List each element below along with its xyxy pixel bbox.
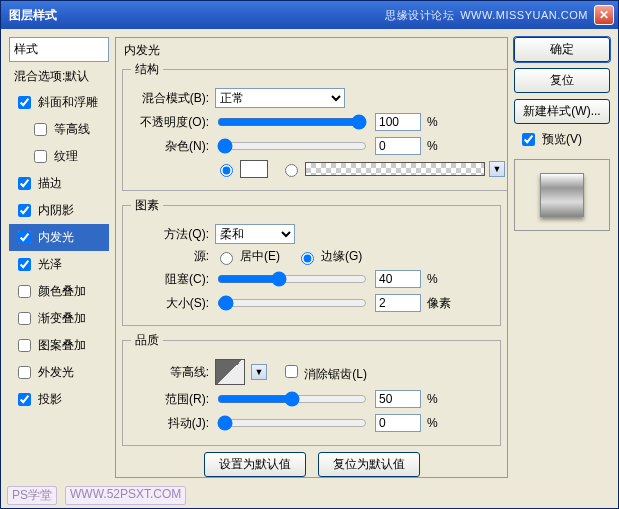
style-checkbox-2[interactable]: [34, 150, 47, 163]
range-input[interactable]: [375, 390, 421, 408]
range-slider[interactable]: [217, 391, 367, 407]
contour-dropdown-icon[interactable]: ▼: [251, 364, 267, 380]
window-title: 图层样式: [9, 7, 57, 24]
color-gradient-radio[interactable]: [285, 164, 298, 177]
technique-label: 方法(Q):: [131, 226, 209, 243]
style-checkbox-6[interactable]: [18, 258, 31, 271]
styles-list: 样式 混合选项:默认 斜面和浮雕等高线纹理描边内阴影内发光光泽颜色叠加渐变叠加图…: [9, 37, 109, 478]
style-checkbox-5[interactable]: [18, 231, 31, 244]
style-item-3[interactable]: 描边: [9, 170, 109, 197]
style-checkbox-8[interactable]: [18, 312, 31, 325]
style-item-6[interactable]: 光泽: [9, 251, 109, 278]
antialias-checkbox[interactable]: [285, 365, 298, 378]
source-center-radio[interactable]: [220, 252, 233, 265]
style-checkbox-7[interactable]: [18, 285, 31, 298]
jitter-input[interactable]: [375, 414, 421, 432]
jitter-label: 抖动(J):: [131, 415, 209, 432]
style-item-7[interactable]: 颜色叠加: [9, 278, 109, 305]
style-item-9[interactable]: 图案叠加: [9, 332, 109, 359]
preview-box: [514, 159, 610, 231]
size-label: 大小(S):: [131, 295, 209, 312]
style-checkbox-3[interactable]: [18, 177, 31, 190]
style-item-8[interactable]: 渐变叠加: [9, 305, 109, 332]
gradient-dropdown-icon[interactable]: ▼: [489, 161, 505, 177]
contour-label: 等高线:: [131, 364, 209, 381]
style-item-10[interactable]: 外发光: [9, 359, 109, 386]
jitter-slider[interactable]: [217, 415, 367, 431]
size-slider[interactable]: [217, 295, 367, 311]
structure-group: 结构 混合模式(B): 正常 不透明度(O): % 杂色(N): %: [122, 61, 508, 191]
opacity-slider[interactable]: [217, 114, 367, 130]
preview-thumb: [540, 173, 584, 217]
blending-options-item[interactable]: 混合选项:默认: [9, 64, 109, 89]
style-item-5[interactable]: 内发光: [9, 224, 109, 251]
watermark-text-1: 思缘设计论坛: [385, 8, 454, 23]
size-input[interactable]: [375, 294, 421, 312]
ok-button[interactable]: 确定: [514, 37, 610, 62]
quality-group: 品质 等高线: ▼ 消除锯齿(L) 范围(R): %: [122, 332, 501, 446]
style-checkbox-10[interactable]: [18, 366, 31, 379]
elements-legend: 图素: [131, 197, 163, 214]
elements-group: 图素 方法(Q): 柔和 源: 居中(E) 边缘(G): [122, 197, 501, 326]
style-item-2[interactable]: 纹理: [9, 143, 109, 170]
titlebar: 图层样式 思缘设计论坛 WWW.MISSYUAN.COM ✕: [1, 1, 618, 29]
color-solid-radio[interactable]: [220, 164, 233, 177]
style-checkbox-1[interactable]: [34, 123, 47, 136]
choke-label: 阻塞(C):: [131, 271, 209, 288]
blend-mode-select[interactable]: 正常: [215, 88, 345, 108]
source-edge-radio[interactable]: [301, 252, 314, 265]
styles-header: 样式: [9, 37, 109, 62]
style-item-4[interactable]: 内阴影: [9, 197, 109, 224]
style-item-0[interactable]: 斜面和浮雕: [9, 89, 109, 116]
color-swatch[interactable]: [240, 160, 268, 178]
contour-thumb[interactable]: [215, 359, 245, 385]
blend-mode-label: 混合模式(B):: [131, 90, 209, 107]
range-label: 范围(R):: [131, 391, 209, 408]
gradient-preview[interactable]: [305, 162, 485, 176]
noise-slider[interactable]: [217, 138, 367, 154]
style-item-11[interactable]: 投影: [9, 386, 109, 413]
technique-select[interactable]: 柔和: [215, 224, 295, 244]
noise-label: 杂色(N):: [131, 138, 209, 155]
style-item-1[interactable]: 等高线: [9, 116, 109, 143]
layer-style-dialog: 图层样式 思缘设计论坛 WWW.MISSYUAN.COM ✕ 样式 混合选项:默…: [0, 0, 619, 509]
set-default-button[interactable]: 设置为默认值: [204, 452, 306, 477]
effect-panel: 内发光 结构 混合模式(B): 正常 不透明度(O): % 杂色(N):: [115, 37, 508, 478]
noise-input[interactable]: [375, 137, 421, 155]
bottom-watermark: PS学堂 WWW.52PSXT.COM: [7, 486, 186, 505]
right-column: 确定 复位 新建样式(W)... 预览(V): [514, 37, 610, 478]
new-style-button[interactable]: 新建样式(W)...: [514, 99, 610, 124]
style-checkbox-0[interactable]: [18, 96, 31, 109]
panel-title: 内发光: [124, 42, 501, 59]
style-checkbox-4[interactable]: [18, 204, 31, 217]
choke-input[interactable]: [375, 270, 421, 288]
watermark-text-2: WWW.MISSYUAN.COM: [460, 9, 588, 21]
source-label: 源:: [131, 248, 209, 265]
choke-slider[interactable]: [217, 271, 367, 287]
reset-default-button[interactable]: 复位为默认值: [318, 452, 420, 477]
opacity-input[interactable]: [375, 113, 421, 131]
style-checkbox-11[interactable]: [18, 393, 31, 406]
structure-legend: 结构: [131, 61, 163, 78]
preview-checkbox[interactable]: [522, 133, 535, 146]
quality-legend: 品质: [131, 332, 163, 349]
style-checkbox-9[interactable]: [18, 339, 31, 352]
opacity-label: 不透明度(O):: [131, 114, 209, 131]
cancel-button[interactable]: 复位: [514, 68, 610, 93]
close-button[interactable]: ✕: [594, 5, 614, 25]
